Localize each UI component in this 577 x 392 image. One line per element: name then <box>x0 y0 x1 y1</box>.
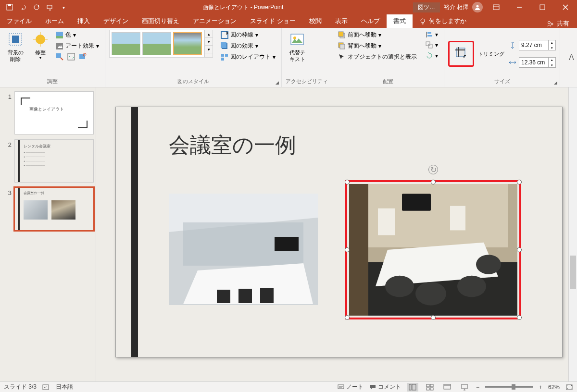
spell-check-icon[interactable] <box>42 384 50 391</box>
style-preset-3[interactable] <box>173 32 202 55</box>
normal-view-button[interactable] <box>407 383 418 392</box>
size-launcher[interactable]: ◢ <box>552 79 559 86</box>
tab-help[interactable]: ヘルプ <box>354 14 387 28</box>
notes-button[interactable]: ノート <box>338 383 364 391</box>
context-tab-label: 図ツ… <box>413 2 440 12</box>
rotate-button[interactable]: ▾ <box>424 51 440 61</box>
send-backward-button[interactable]: 背面へ移動 ▾ <box>336 41 419 51</box>
svg-rect-23 <box>56 43 63 49</box>
tab-format[interactable]: 書式 <box>387 14 413 28</box>
collapse-ribbon-button[interactable]: ᐱ <box>565 28 577 87</box>
undo-button[interactable] <box>17 1 29 13</box>
tab-slideshow[interactable]: スライド ショー <box>243 14 302 28</box>
width-up[interactable]: ▴ <box>549 57 555 62</box>
conference-room-image-1[interactable] <box>169 194 318 305</box>
resize-handle-se[interactable] <box>517 315 522 320</box>
tell-me-search[interactable]: 何をしますか <box>413 14 473 28</box>
crop-button[interactable] <box>451 43 472 64</box>
minimize-button[interactable] <box>510 0 529 14</box>
remove-background-button[interactable]: 背景の 削除 <box>4 30 27 65</box>
language-indicator[interactable]: 日本語 <box>56 383 73 391</box>
redo-button[interactable] <box>31 1 42 13</box>
slide-thumbnail-2[interactable]: レンタル会議室 ● ――――――――● ――――――――● ――――――――● … <box>14 139 94 183</box>
svg-rect-26 <box>79 54 85 59</box>
vertical-scrollbar[interactable] <box>568 87 577 381</box>
style-preset-1[interactable] <box>112 32 140 55</box>
gallery-down[interactable]: ▾ <box>205 38 213 46</box>
start-from-beginning-button[interactable] <box>44 1 56 13</box>
tab-home[interactable]: ホーム <box>38 14 71 28</box>
zoom-in-button[interactable]: + <box>539 384 542 391</box>
close-button[interactable] <box>556 0 575 14</box>
tab-file[interactable]: ファイル <box>0 14 38 28</box>
user-avatar[interactable] <box>472 2 483 12</box>
window-title: 画像とレイアウト - PowerPoint <box>73 3 413 12</box>
bring-forward-button[interactable]: 前面へ移動 ▾ <box>336 30 419 40</box>
slide-indicator[interactable]: スライド 3/3 <box>4 383 37 391</box>
group-button[interactable]: ▾ <box>424 40 440 50</box>
svg-rect-25 <box>68 53 75 60</box>
zoom-slider[interactable] <box>485 386 533 388</box>
height-up[interactable]: ▴ <box>549 40 555 45</box>
picture-border-button[interactable]: 図の枠線 ▾ <box>219 30 277 40</box>
align-button[interactable]: ▾ <box>424 30 440 39</box>
slide-canvas-area[interactable]: 会議室の一例 ↻ <box>96 87 577 381</box>
svg-rect-33 <box>221 58 224 61</box>
slide-sorter-button[interactable] <box>424 383 436 392</box>
artistic-effects-button[interactable]: アート効果 ▾ <box>54 41 101 51</box>
style-preset-2[interactable] <box>142 32 171 55</box>
slide-thumbnail-3[interactable]: 会議室の一例 <box>14 187 94 231</box>
resize-handle-w[interactable] <box>345 247 350 252</box>
zoom-out-button[interactable]: − <box>476 384 479 391</box>
resize-handle-s[interactable] <box>431 315 436 320</box>
layout-icon <box>221 53 228 61</box>
align-icon <box>426 31 433 38</box>
tab-review[interactable]: 校閲 <box>302 14 328 28</box>
group-adjust-label: 調整 <box>4 78 101 86</box>
picture-layout-button[interactable]: 図のレイアウト ▾ <box>219 52 277 62</box>
corrections-button[interactable]: 修整▾ <box>29 30 52 63</box>
compress-icon[interactable] <box>56 53 63 61</box>
picture-styles-gallery[interactable] <box>109 30 204 58</box>
height-input[interactable]: ▴▾ <box>519 40 556 50</box>
group-size: トリミング ▴▾ ▴▾ サイズ ◢ <box>444 28 560 87</box>
width-input[interactable]: ▴▾ <box>519 57 556 68</box>
slide-thumbnail-1[interactable]: 画像とレイアウト <box>14 91 94 135</box>
height-down[interactable]: ▾ <box>549 45 555 50</box>
resize-handle-e[interactable] <box>517 247 522 252</box>
width-down[interactable]: ▾ <box>549 62 555 68</box>
alt-text-button[interactable]: 代替テ キスト <box>286 30 309 65</box>
comments-button[interactable]: コメント <box>369 383 401 391</box>
ribbon-display-options[interactable] <box>487 0 506 14</box>
resize-handle-ne[interactable] <box>517 180 522 184</box>
comments-icon <box>369 384 376 390</box>
reset-picture-icon[interactable] <box>79 53 87 61</box>
gallery-more[interactable]: ▾ <box>205 46 213 53</box>
resize-handle-n[interactable] <box>431 180 436 184</box>
group-arrange: 前面へ移動 ▾ 背面へ移動 ▾ オブジェクトの選択と表示 ▾ ▾ ▾ 配置 <box>332 28 444 87</box>
selection-pane-button[interactable]: オブジェクトの選択と表示 <box>336 52 419 62</box>
conference-room-image-2[interactable] <box>349 184 517 316</box>
styles-launcher[interactable]: ◢ <box>274 79 280 86</box>
tab-design[interactable]: デザイン <box>97 14 135 28</box>
maximize-button[interactable] <box>533 0 552 14</box>
tab-transitions[interactable]: 画面切り替え <box>135 14 186 28</box>
fit-to-window-button[interactable] <box>565 384 573 391</box>
resize-handle-nw[interactable] <box>345 180 350 184</box>
tab-insert[interactable]: 挿入 <box>71 14 97 28</box>
tab-animations[interactable]: アニメーション <box>186 14 243 28</box>
change-picture-icon[interactable] <box>67 53 75 61</box>
gallery-up[interactable]: ▴ <box>205 30 213 38</box>
share-button[interactable]: 共有 <box>557 19 569 28</box>
qat-customize-button[interactable]: ▾ <box>58 1 69 13</box>
tab-view[interactable]: 表示 <box>328 14 354 28</box>
svg-point-65 <box>476 255 501 274</box>
color-button[interactable]: 色 ▾ <box>54 30 101 40</box>
slideshow-view-button[interactable] <box>459 383 470 392</box>
resize-handle-sw[interactable] <box>345 315 350 320</box>
picture-effects-button[interactable]: 図の効果 ▾ <box>219 41 277 51</box>
zoom-level[interactable]: 62% <box>548 384 560 391</box>
rotate-handle[interactable]: ↻ <box>428 165 438 174</box>
save-button[interactable] <box>4 1 15 13</box>
reading-view-button[interactable] <box>441 383 453 392</box>
